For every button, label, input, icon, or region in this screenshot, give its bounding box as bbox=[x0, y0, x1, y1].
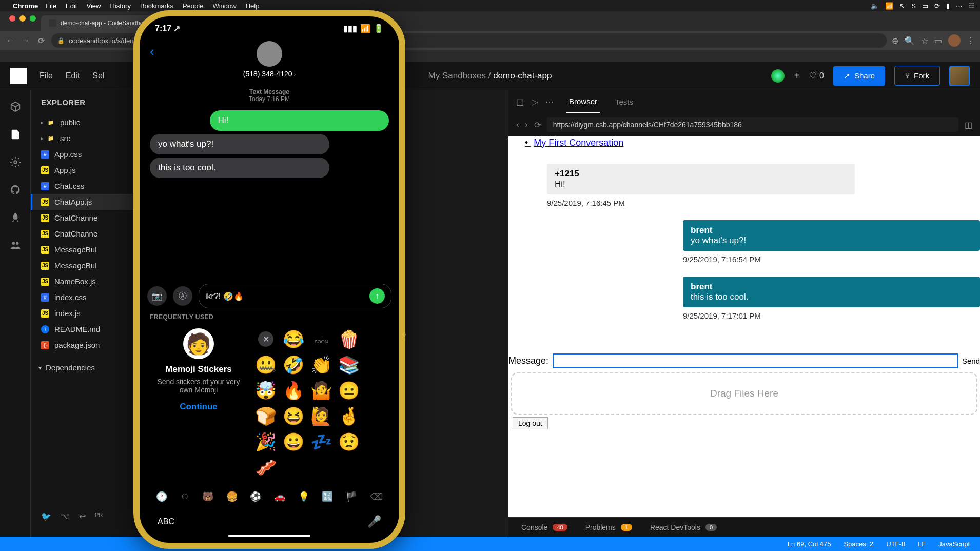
volume-icon[interactable]: 🔈 bbox=[871, 2, 879, 10]
eol[interactable]: LF bbox=[918, 540, 926, 548]
appstore-button[interactable]: Ⓐ bbox=[173, 286, 192, 306]
file-item-messagebul[interactable]: JSMessageBul bbox=[31, 242, 143, 258]
menu-file[interactable]: File bbox=[46, 2, 56, 10]
message-input[interactable] bbox=[553, 353, 958, 368]
files-icon[interactable] bbox=[9, 128, 22, 141]
extension-icon[interactable]: ⊕ bbox=[892, 36, 898, 46]
backspace-icon[interactable]: ⌫ bbox=[370, 491, 383, 502]
rocket-icon[interactable] bbox=[9, 211, 22, 224]
file-item-index-css[interactable]: #index.css bbox=[31, 289, 143, 305]
symbols-cat-icon[interactable]: 🔣 bbox=[322, 491, 333, 502]
iphone-back-button[interactable]: ‹ bbox=[150, 44, 154, 60]
send-button[interactable]: Send bbox=[962, 357, 980, 365]
incognito-icon[interactable]: ▭ bbox=[934, 36, 942, 46]
encoding[interactable]: UTF-8 bbox=[886, 540, 905, 548]
received-bubble[interactable]: yo what's up?! bbox=[150, 134, 329, 154]
file-item-src[interactable]: ▸📁src bbox=[31, 130, 143, 146]
objects-cat-icon[interactable]: 💡 bbox=[298, 491, 309, 502]
breadcrumb-current[interactable]: demo-chat-app bbox=[493, 71, 552, 81]
menu-view[interactable]: View bbox=[86, 2, 101, 10]
emoji-cell[interactable]: →SOON bbox=[310, 328, 332, 350]
file-item-app-js[interactable]: JSApp.js bbox=[31, 162, 143, 178]
emoji-cell[interactable]: 😆 bbox=[283, 405, 304, 427]
language[interactable]: JavaScript bbox=[938, 540, 970, 548]
menu-icon[interactable]: ⋮ bbox=[967, 36, 975, 46]
twitter-icon[interactable]: 🐦 bbox=[41, 511, 51, 521]
forward-button[interactable]: → bbox=[21, 36, 31, 45]
zoom-icon[interactable]: 🔍 bbox=[905, 36, 915, 46]
note-icon[interactable]: ▮ bbox=[946, 2, 950, 10]
popout-icon[interactable]: ▷ bbox=[532, 97, 538, 107]
home-indicator[interactable] bbox=[228, 535, 310, 537]
csb-menu-edit[interactable]: Edit bbox=[66, 71, 80, 81]
problems-tab[interactable]: Problems 1 bbox=[585, 523, 632, 532]
preview-forward-button[interactable]: › bbox=[525, 120, 527, 129]
emoji-cell[interactable]: 🤷 bbox=[310, 380, 332, 401]
dots-icon[interactable]: ⋯ bbox=[956, 2, 963, 10]
github-icon[interactable] bbox=[9, 184, 22, 196]
s-icon[interactable]: S bbox=[911, 2, 916, 10]
file-item-chatapp-js[interactable]: JSChatApp.js bbox=[31, 194, 143, 210]
file-item-index-js[interactable]: JSindex.js bbox=[31, 305, 143, 321]
menu-history[interactable]: History bbox=[110, 2, 130, 10]
iphone-send-button[interactable]: ↑ bbox=[369, 288, 385, 304]
profile-avatar[interactable] bbox=[948, 34, 961, 47]
github-footer-icon[interactable]: ⌥ bbox=[61, 511, 70, 521]
csb-logo-icon[interactable] bbox=[10, 68, 27, 84]
file-item-chatchanne[interactable]: JSChatChanne bbox=[31, 226, 143, 242]
likes[interactable]: ♡ 0 bbox=[809, 71, 824, 81]
file-item-chat-css[interactable]: #Chat.css bbox=[31, 178, 143, 194]
star-icon[interactable]: ☆ bbox=[921, 36, 928, 46]
emoji-cell[interactable]: 🙋 bbox=[310, 405, 332, 427]
app-name[interactable]: Chrome bbox=[13, 2, 38, 10]
back-button[interactable]: ← bbox=[5, 36, 15, 45]
emoji-cell[interactable]: 🤐 bbox=[255, 354, 277, 376]
gear-icon[interactable] bbox=[9, 156, 22, 168]
menu-help[interactable]: Help bbox=[246, 2, 260, 10]
logout-button[interactable]: Log out bbox=[513, 417, 548, 429]
mic-button[interactable]: 🎤 bbox=[367, 515, 381, 528]
devtools-tab[interactable]: React DevTools 0 bbox=[650, 523, 717, 532]
menu-window[interactable]: Window bbox=[212, 2, 236, 10]
people-icon[interactable] bbox=[9, 239, 22, 251]
list-icon[interactable]: ☰ bbox=[969, 2, 975, 10]
file-item-chatchanne[interactable]: JSChatChanne bbox=[31, 210, 143, 226]
camera-button[interactable]: 📷 bbox=[147, 286, 167, 306]
cube-icon[interactable] bbox=[9, 101, 22, 113]
console-tab[interactable]: Console 48 bbox=[521, 523, 567, 532]
smiley-cat-icon[interactable]: ☺ bbox=[180, 491, 189, 502]
emoji-cell[interactable]: 🎉 bbox=[255, 431, 277, 452]
preview-popout-icon[interactable]: ◫ bbox=[965, 120, 972, 130]
menu-people[interactable]: People bbox=[183, 2, 203, 10]
share-button[interactable]: ↗ Share bbox=[833, 66, 885, 86]
more-icon[interactable]: ⋯ bbox=[545, 97, 554, 107]
breadcrumb-parent[interactable]: My Sandboxes bbox=[428, 71, 486, 81]
user-avatar[interactable] bbox=[949, 66, 970, 86]
csb-menu-file[interactable]: File bbox=[40, 71, 53, 81]
file-item-messagebul[interactable]: JSMessageBul bbox=[31, 258, 143, 273]
flags-cat-icon[interactable]: 🏴 bbox=[346, 491, 357, 502]
cursor-position[interactable]: Ln 69, Col 475 bbox=[788, 540, 831, 548]
emoji-cell[interactable]: 😐 bbox=[338, 380, 360, 401]
received-bubble[interactable]: this is too cool. bbox=[150, 158, 329, 178]
emoji-cell[interactable]: 🥓 bbox=[255, 457, 277, 478]
memoji-continue-button[interactable]: Continue bbox=[150, 402, 247, 412]
emoji-cell[interactable]: 🤣 bbox=[283, 354, 304, 376]
abc-button[interactable]: ABC bbox=[158, 517, 174, 526]
close-window-button[interactable] bbox=[9, 15, 15, 22]
close-memoji-button[interactable]: ✕ bbox=[258, 331, 273, 347]
preview-url[interactable]: https://diygm.csb.app/channels/CHf7de261… bbox=[547, 117, 958, 132]
badge-icon[interactable] bbox=[771, 69, 785, 83]
split-icon[interactable]: ◫ bbox=[516, 97, 524, 107]
csb-menu-sel[interactable]: Sel bbox=[92, 71, 104, 81]
food-cat-icon[interactable]: 🍔 bbox=[226, 491, 238, 502]
fork-button[interactable]: ⑂ Fork bbox=[894, 66, 940, 86]
preview-reload-button[interactable]: ⟳ bbox=[534, 120, 541, 130]
file-item-package-json[interactable]: {}package.json bbox=[31, 337, 143, 353]
sent-bubble[interactable]: Hi! bbox=[210, 110, 389, 131]
emoji-cell[interactable]: 😂 bbox=[283, 328, 304, 350]
indent-setting[interactable]: Spaces: 2 bbox=[844, 540, 873, 548]
file-item-readme-md[interactable]: iREADME.md bbox=[31, 321, 143, 337]
conversation-link[interactable]: My First Conversation bbox=[508, 136, 623, 148]
screen-icon[interactable]: ▭ bbox=[922, 2, 928, 10]
